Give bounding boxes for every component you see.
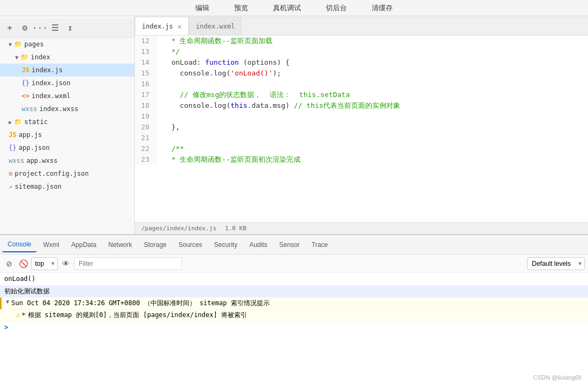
tree-label: pages <box>24 40 44 48</box>
wxss-icon: wxss <box>22 105 37 113</box>
stop-recording-icon[interactable]: ⊘ <box>3 258 15 270</box>
tree-item-index-wxss[interactable]: wxss index.wxss <box>0 102 134 115</box>
sitemap-icon: ↗ <box>9 183 12 190</box>
log-level-select[interactable]: Default levels Verbose Info Warnings Err… <box>527 257 585 270</box>
tab-security[interactable]: Security <box>209 237 243 252</box>
code-line: 13 */ <box>135 46 588 57</box>
line-code: // 修改msg的状态数据， 语法： this.setData <box>156 90 350 100</box>
line-number: 22 <box>135 143 156 154</box>
code-line: 22 /** <box>135 143 588 154</box>
tree-item-index-wxml[interactable]: <> index.wxml <box>0 90 134 102</box>
sidebar-header: + ⚙ ··· ☰ ↕ <box>0 18 134 38</box>
toolbar-edit[interactable]: 编辑 <box>191 2 214 14</box>
context-selector: top ▼ <box>31 257 58 270</box>
line-number: 23 <box>135 154 156 165</box>
editor-statusbar: /pages/index/index.js 1.0 KB <box>135 222 588 234</box>
tab-trace[interactable]: Trace <box>306 237 333 252</box>
console-line-onload: onLoad() <box>0 274 588 286</box>
tree-label: index.json <box>31 79 70 87</box>
code-line: 20 }, <box>135 122 588 133</box>
folder-icon: 📁 <box>14 118 22 126</box>
folder-icon: 📁 <box>20 53 29 61</box>
tab-network[interactable]: Network <box>103 237 138 252</box>
code-line: 12 * 生命周期函数--监听页面加载 <box>135 36 588 46</box>
code-line: 15 console.log('onLoad()'); <box>135 68 588 79</box>
line-number: 18 <box>135 100 156 111</box>
line-number: 19 <box>135 111 156 122</box>
warning-icon: ⚠ <box>16 311 20 319</box>
tree-item-app-json[interactable]: {} app.json <box>0 141 134 154</box>
tab-label: index.js <box>142 23 173 30</box>
console-text: 根据 sitemap 的规则[0]，当前页面 [pages/index/inde… <box>28 311 247 320</box>
more-options-icon[interactable]: ··· <box>35 23 45 33</box>
tree-item-app-js[interactable]: JS app.js <box>0 128 134 141</box>
top-toolbar: 编辑 预览 真机调试 切后台 清缓存 <box>0 0 588 16</box>
line-number: 12 <box>135 36 156 46</box>
log-level-selector: Default levels Verbose Info Warnings Err… <box>527 257 585 270</box>
wxss-icon: wxss <box>9 157 24 164</box>
tree-label: static <box>24 118 47 126</box>
tab-wxml[interactable]: Wxml <box>38 237 65 252</box>
devtools-toolbar: ⊘ 🚫 top ▼ 👁 Default levels Verbose Info … <box>0 255 588 273</box>
line-code: onLoad: function (options) { <box>156 57 290 68</box>
sort-icon[interactable]: ↕ <box>65 23 76 33</box>
line-number: 14 <box>135 57 156 68</box>
tree-item-index-json[interactable]: {} index.json <box>0 77 134 90</box>
tab-storage[interactable]: Storage <box>139 237 172 252</box>
tree-label: project.config.json <box>15 170 88 177</box>
line-code: * 生命周期函数--监听页面加载 <box>156 36 272 46</box>
console-line-timestamp[interactable]: ▼ Sun Oct 04 2020 17:34:26 GMT+0800 （中国标… <box>0 298 588 310</box>
tree-label: index <box>31 53 50 61</box>
tab-index-js[interactable]: index.js × <box>135 17 189 35</box>
code-line: 18 console.log(this.data.msg) // this代表当… <box>135 100 588 111</box>
filter-input[interactable] <box>74 257 182 270</box>
expand-icon: ▼ <box>6 299 9 305</box>
line-number: 13 <box>135 46 156 57</box>
menu-icon[interactable]: ☰ <box>50 23 60 33</box>
tab-index-wxml[interactable]: index.wxml <box>189 17 242 35</box>
tab-sources[interactable]: Sources <box>173 237 208 252</box>
line-code: /** <box>156 143 184 154</box>
tree-label: sitemap.json <box>15 183 61 190</box>
tree-item-sitemap[interactable]: ↗ sitemap.json <box>0 180 134 193</box>
console-input-prompt[interactable] <box>0 321 588 333</box>
file-path: /pages/index/index.js <box>141 225 216 232</box>
arrow-icon: ▶ <box>9 119 12 125</box>
tab-console[interactable]: Console <box>2 237 37 252</box>
clear-console-icon[interactable]: 🚫 <box>17 258 29 270</box>
add-file-button[interactable]: + <box>4 23 15 33</box>
tree-item-pages[interactable]: ▼ 📁 pages <box>0 38 134 51</box>
tree-label: app.wxss <box>26 157 58 164</box>
toolbar-clear-cache[interactable]: 清缓存 <box>367 2 397 14</box>
indent-spacer <box>4 311 16 318</box>
line-number: 21 <box>135 133 156 143</box>
json-icon: {} <box>22 79 29 87</box>
close-tab-icon[interactable]: × <box>177 22 182 31</box>
tab-sensor[interactable]: Sensor <box>274 237 305 252</box>
toolbar-background[interactable]: 切后台 <box>322 2 351 14</box>
code-content: 12 * 生命周期函数--监听页面加载 13 */ 14 onLoad: fun… <box>135 36 588 222</box>
console-line-init: 初始化测试数据 <box>0 286 588 298</box>
code-line: 19 <box>135 111 588 122</box>
code-line: 14 onLoad: function (options) { <box>135 57 588 68</box>
line-number: 16 <box>135 79 156 90</box>
tab-appdata[interactable]: AppData <box>66 237 102 252</box>
console-line-warning[interactable]: ⚠ ▶ 根据 sitemap 的规则[0]，当前页面 [pages/index/… <box>0 310 588 321</box>
arrow-icon: ▼ <box>15 54 18 60</box>
eye-icon[interactable]: 👁 <box>60 258 72 270</box>
tab-label: index.wxml <box>196 23 235 30</box>
tree-item-index-js[interactable]: JS index.js <box>0 64 134 77</box>
tree-item-static[interactable]: ▶ 📁 static <box>0 115 134 128</box>
tree-item-project-config[interactable]: ⚙ project.config.json <box>0 167 134 180</box>
context-select[interactable]: top <box>31 257 58 270</box>
tree-item-index[interactable]: ▼ 📁 index <box>0 51 134 64</box>
line-number: 20 <box>135 122 156 133</box>
toolbar-device-debug[interactable]: 真机调试 <box>269 2 305 14</box>
toolbar-preview[interactable]: 预览 <box>230 2 252 14</box>
editor-wrapper: + ⚙ ··· ☰ ↕ ▼ 📁 pages ▼ 📁 index JS index… <box>0 16 588 234</box>
settings-icon[interactable]: ⚙ <box>19 23 30 33</box>
tab-audits[interactable]: Audits <box>244 237 272 252</box>
tree-label: index.js <box>31 66 63 74</box>
tree-item-app-wxss[interactable]: wxss app.wxss <box>0 154 134 167</box>
tree-label: index.wxml <box>31 92 70 100</box>
